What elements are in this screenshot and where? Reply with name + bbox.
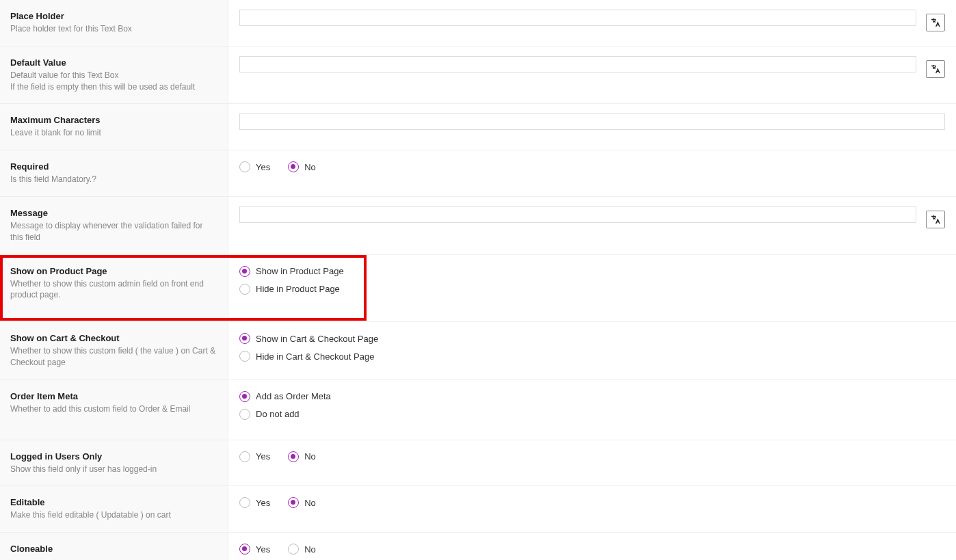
order-meta-add-radio[interactable]: Add as Order Meta (239, 391, 331, 402)
radio-icon (239, 409, 250, 420)
cloneable-yes-radio[interactable]: Yes (239, 544, 270, 555)
cloneable-no-radio[interactable]: No (288, 544, 316, 555)
row-logged-users: Logged in Users Only Show this field onl… (0, 440, 956, 487)
label-show-product: Show on Product Page (10, 266, 217, 276)
radio-icon (288, 497, 299, 508)
show-cart-show-radio[interactable]: Show in Cart & Checkout Page (239, 333, 378, 344)
radio-icon (239, 333, 250, 344)
order-meta-dont-add-radio[interactable]: Do not add (239, 409, 300, 420)
radio-icon (288, 451, 299, 462)
row-show-product-page: Show on Product Page Whether to show thi… (0, 255, 956, 323)
radio-icon (239, 451, 250, 462)
message-input[interactable] (239, 206, 916, 223)
desc-default-value-2: If the field is empty then this will be … (10, 81, 217, 93)
desc-order-meta: Whether to add this custom field to Orde… (10, 403, 217, 415)
desc-default-value-1: Default value for this Text Box (10, 70, 217, 81)
row-show-cart-checkout: Show on Cart & Checkout Whether to show … (0, 322, 956, 380)
label-max-chars: Maximum Characters (10, 115, 217, 125)
radio-icon (239, 351, 250, 362)
max-chars-input[interactable] (239, 114, 945, 130)
desc-editable: Make this field editable ( Updatable ) o… (10, 509, 217, 521)
desc-cloneable (10, 556, 217, 559)
desc-max-chars: Leave it blank for no limit (10, 127, 217, 139)
desc-show-product: Whether to show this custom admin field … (10, 278, 217, 302)
desc-logged-users: Show this field only if user has logged-… (10, 464, 217, 475)
label-logged-users: Logged in Users Only (10, 451, 217, 462)
radio-icon (239, 497, 250, 508)
radio-icon (239, 266, 250, 277)
row-editable: Editable Make this field editable ( Upda… (0, 486, 956, 533)
desc-required: Is this field Mandatory.? (10, 174, 217, 185)
radio-icon (239, 161, 250, 172)
radio-icon (288, 544, 299, 555)
desc-show-cart: Whether to show this custom field ( the … (10, 345, 217, 369)
row-message: Message Message to display whenever the … (0, 197, 956, 255)
translate-icon[interactable] (926, 211, 945, 228)
required-yes-radio[interactable]: Yes (239, 161, 270, 172)
desc-placeholder: Place holder text for this Text Box (10, 23, 217, 35)
radio-icon (288, 161, 299, 172)
required-no-radio[interactable]: No (288, 161, 316, 172)
label-show-cart: Show on Cart & Checkout (10, 333, 217, 343)
label-default-value: Default Value (10, 57, 217, 68)
row-max-characters: Maximum Characters Leave it blank for no… (0, 104, 956, 150)
radio-icon (239, 544, 250, 555)
placeholder-input[interactable] (239, 10, 916, 26)
desc-message: Message to display whenever the validati… (10, 220, 217, 243)
translate-icon[interactable] (926, 14, 945, 31)
label-editable: Editable (10, 497, 217, 507)
default-value-input[interactable] (239, 56, 916, 72)
label-message: Message (10, 208, 217, 218)
label-placeholder: Place Holder (10, 11, 217, 21)
show-product-hide-radio[interactable]: Hide in Product Page (239, 284, 340, 295)
row-order-item-meta: Order Item Meta Whether to add this cust… (0, 380, 956, 440)
label-cloneable: Cloneable (10, 544, 217, 554)
row-required: Required Is this field Mandatory.? Yes N… (0, 150, 956, 197)
logged-users-yes-radio[interactable]: Yes (239, 451, 270, 462)
radio-icon (239, 391, 250, 402)
label-required: Required (10, 161, 217, 172)
show-product-show-radio[interactable]: Show in Product Page (239, 266, 344, 277)
show-cart-hide-radio[interactable]: Hide in Cart & Checkout Page (239, 351, 374, 362)
row-default-value: Default Value Default value for this Tex… (0, 46, 956, 105)
label-order-meta: Order Item Meta (10, 391, 217, 401)
logged-users-no-radio[interactable]: No (288, 451, 316, 462)
row-cloneable: Cloneable Yes No (0, 533, 956, 560)
row-placeholder: Place Holder Place holder text for this … (0, 0, 956, 46)
editable-yes-radio[interactable]: Yes (239, 497, 270, 508)
editable-no-radio[interactable]: No (288, 497, 316, 508)
translate-icon[interactable] (926, 60, 945, 78)
radio-icon (239, 284, 250, 295)
